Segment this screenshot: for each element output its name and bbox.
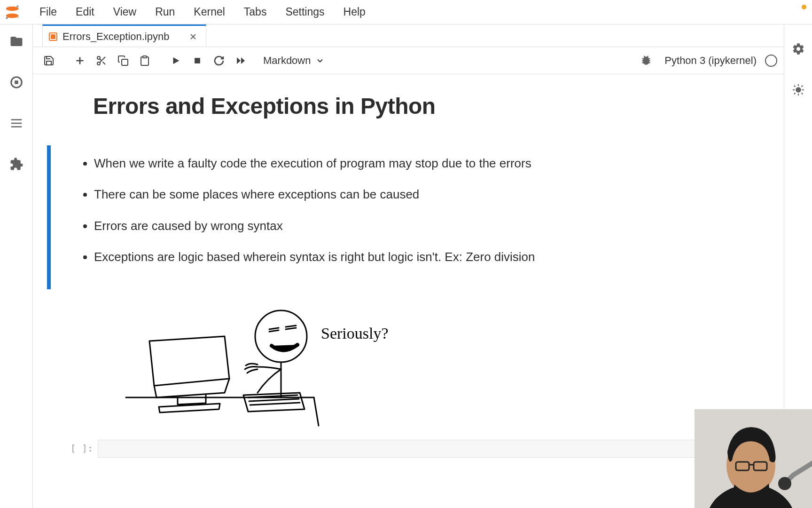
- menu-tabs[interactable]: Tabs: [234, 2, 276, 22]
- svg-point-2: [16, 5, 19, 8]
- cell-type-dropdown[interactable]: Markdown: [259, 53, 328, 69]
- svg-rect-18: [195, 58, 200, 64]
- menu-kernel[interactable]: Kernel: [184, 2, 234, 22]
- menu-run[interactable]: Run: [146, 2, 184, 22]
- main-area: Errors_Exception.ipynb: [33, 24, 784, 508]
- running-terminals-icon[interactable]: [9, 75, 24, 90]
- tab-bar: Errors_Exception.ipynb: [33, 24, 784, 47]
- jupyter-logo: [4, 4, 21, 21]
- markdown-cell-heading[interactable]: Errors and Exceptions in Python: [33, 87, 784, 143]
- code-input[interactable]: [98, 440, 774, 458]
- stop-icon[interactable]: [188, 51, 207, 70]
- left-sidebar: [0, 24, 33, 508]
- page-title: Errors and Exceptions in Python: [93, 93, 765, 119]
- svg-marker-20: [241, 57, 245, 64]
- list-item: Errors are caused by wrong syntax: [94, 217, 765, 234]
- kernel-status-icon[interactable]: [765, 55, 777, 67]
- tab-notebook[interactable]: Errors_Exception.ipynb: [42, 24, 206, 47]
- list-item: When we write a faulty code the executio…: [94, 155, 765, 172]
- svg-rect-9: [51, 34, 55, 39]
- notebook-icon: [48, 32, 58, 41]
- svg-rect-15: [122, 59, 128, 65]
- folder-icon[interactable]: [9, 34, 24, 49]
- bullet-list: When we write a faulty code the executio…: [65, 155, 765, 266]
- notebook-toolbar: Markdown Python 3 (ipykernel): [33, 47, 784, 74]
- kernel-name[interactable]: Python 3 (ipykernel): [664, 55, 757, 67]
- add-cell-icon[interactable]: [70, 51, 89, 70]
- svg-line-13: [102, 62, 105, 64]
- svg-point-3: [6, 17, 8, 19]
- svg-point-1: [6, 13, 19, 17]
- debugger-toolbar-icon[interactable]: [640, 54, 653, 67]
- toc-icon[interactable]: [9, 116, 24, 131]
- menu-settings[interactable]: Settings: [276, 2, 334, 22]
- fast-forward-icon[interactable]: [231, 51, 250, 70]
- svg-point-4: [17, 16, 19, 18]
- save-icon[interactable]: [39, 51, 58, 70]
- code-cell-empty[interactable]: [ ]:: [33, 440, 784, 458]
- svg-point-7: [796, 87, 801, 93]
- svg-text:Seriously?: Seriously?: [321, 325, 389, 342]
- list-item: Exceptions are logic based wherein synta…: [94, 248, 765, 265]
- restart-icon[interactable]: [210, 51, 228, 70]
- meme-image: Seriously?: [112, 303, 413, 430]
- debugger-icon[interactable]: [791, 82, 806, 97]
- list-item: There can be some places where exception…: [94, 186, 765, 203]
- extensions-icon[interactable]: [9, 157, 24, 172]
- tab-title: Errors_Exception.ipynb: [62, 31, 169, 43]
- cut-icon[interactable]: [92, 51, 111, 70]
- menu-view[interactable]: View: [104, 2, 146, 22]
- run-icon[interactable]: [166, 51, 185, 70]
- menu-bar: File Edit View Run Kernel Tabs Settings …: [0, 0, 812, 24]
- svg-line-14: [100, 59, 102, 61]
- status-dot-icon: [802, 5, 806, 9]
- property-inspector-icon[interactable]: [791, 41, 806, 56]
- chevron-down-icon: [315, 56, 325, 65]
- webcam-overlay: [695, 409, 812, 508]
- tab-close-icon[interactable]: [188, 32, 198, 42]
- menu-items: File Edit View Run Kernel Tabs Settings …: [30, 2, 375, 22]
- svg-marker-17: [173, 57, 180, 64]
- menu-edit[interactable]: Edit: [66, 2, 104, 22]
- svg-point-10: [97, 56, 100, 59]
- cell-prompt: [ ]:: [55, 440, 98, 458]
- svg-point-21: [255, 310, 307, 362]
- svg-marker-19: [237, 57, 241, 64]
- paste-icon[interactable]: [135, 51, 154, 70]
- svg-point-11: [97, 62, 100, 65]
- menu-help[interactable]: Help: [334, 2, 375, 22]
- svg-point-24: [778, 477, 791, 490]
- svg-rect-6: [15, 80, 18, 84]
- notebook-area[interactable]: Errors and Exceptions in Python When we …: [33, 74, 784, 508]
- cell-type-label: Markdown: [263, 55, 311, 67]
- copy-icon[interactable]: [114, 51, 133, 70]
- menu-file[interactable]: File: [30, 2, 66, 22]
- markdown-cell-image[interactable]: Seriously?: [33, 299, 784, 430]
- svg-point-0: [6, 6, 19, 10]
- svg-rect-16: [143, 56, 147, 58]
- markdown-cell-bullets[interactable]: When we write a faulty code the executio…: [33, 145, 784, 289]
